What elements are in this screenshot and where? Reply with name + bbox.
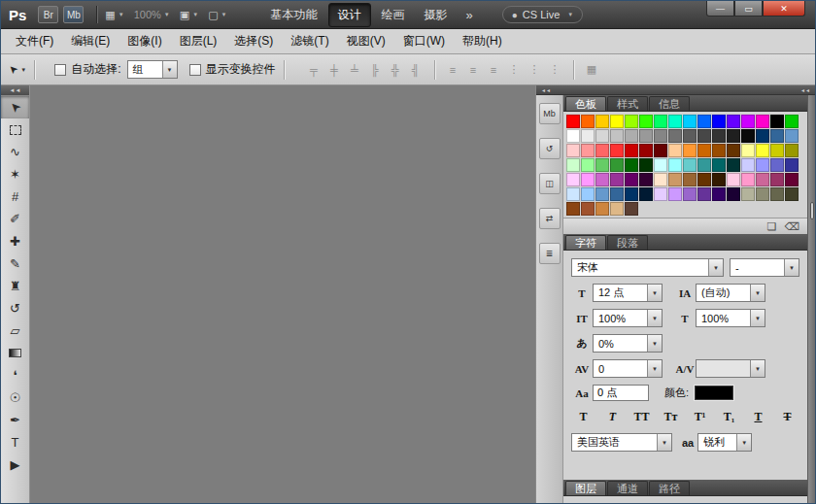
color-swatch[interactable] (741, 115, 755, 128)
color-swatch[interactable] (668, 144, 682, 157)
color-swatch[interactable] (639, 144, 653, 157)
superscript-button[interactable]: T¹ (689, 408, 711, 426)
color-swatch[interactable] (595, 115, 609, 128)
move-tool[interactable]: ➤ (1, 96, 29, 118)
menu-file[interactable]: 文件(F) (7, 29, 62, 53)
character-tab[interactable]: 字符 (565, 235, 606, 250)
color-swatch[interactable] (785, 129, 799, 143)
color-swatch[interactable] (581, 202, 595, 216)
color-swatch[interactable] (712, 187, 726, 201)
menu-help[interactable]: 帮助(H) (454, 29, 511, 53)
color-swatch[interactable] (581, 129, 595, 143)
tools-panel-header[interactable]: ◄◄ (1, 85, 29, 96)
leading-select[interactable]: (自动) ▼ (696, 284, 765, 302)
baseline-shift-input[interactable]: 0 点 (593, 385, 649, 401)
brush-presets-panel-icon[interactable]: ≣ (539, 243, 561, 264)
color-swatch[interactable] (610, 115, 624, 128)
color-swatch[interactable] (770, 115, 784, 128)
show-transform-controls-checkbox[interactable] (189, 64, 201, 76)
color-swatch[interactable] (654, 115, 667, 128)
color-swatch[interactable] (727, 158, 740, 172)
screen-mode-button[interactable]: ▢ ▼ (208, 9, 226, 21)
color-swatch[interactable] (610, 173, 624, 186)
color-swatch[interactable] (712, 158, 726, 172)
distribute-vertical-centers-button[interactable]: ≡ (463, 60, 484, 79)
workspace-design[interactable]: 设计 (328, 3, 371, 27)
color-swatch[interactable] (756, 144, 769, 157)
color-swatch[interactable] (654, 187, 667, 201)
menu-select[interactable]: 选择(S) (225, 29, 282, 53)
launch-bridge-button[interactable]: Br (38, 6, 58, 23)
canvas-area[interactable] (30, 85, 535, 503)
color-swatch[interactable] (697, 115, 711, 128)
styles-tab[interactable]: 样式 (607, 96, 648, 111)
color-swatch[interactable] (727, 144, 740, 157)
subscript-button[interactable]: T₁ (718, 408, 740, 426)
menu-layer[interactable]: 图层(L) (171, 29, 226, 53)
align-top-edges-button[interactable]: ╤ (304, 60, 324, 79)
color-swatch[interactable] (785, 173, 799, 186)
color-swatch[interactable] (697, 173, 711, 186)
color-swatch[interactable] (683, 187, 697, 201)
color-swatch[interactable] (639, 158, 653, 172)
paths-tab[interactable]: 路径 (649, 481, 690, 495)
color-swatch[interactable] (683, 144, 697, 157)
path-selection-tool[interactable]: ▶ (1, 454, 29, 476)
info-tab[interactable]: 信息 (649, 96, 690, 111)
faux-bold-button[interactable]: T (572, 408, 595, 426)
auto-align-layers-button[interactable]: ▦ (582, 60, 602, 79)
color-swatch[interactable] (697, 129, 711, 143)
small-caps-button[interactable]: Tᴛ (660, 408, 682, 426)
tsume-select[interactable]: 0% ▼ (593, 334, 663, 353)
color-swatch[interactable] (756, 158, 769, 172)
clone-stamp-tool[interactable]: ♜ (1, 275, 29, 297)
workspace-essentials[interactable]: 基本功能 (262, 4, 326, 26)
color-swatch[interactable] (625, 129, 638, 143)
color-swatch[interactable] (741, 187, 755, 201)
dodge-tool[interactable]: ☉ (1, 386, 29, 409)
color-swatch[interactable] (712, 115, 726, 128)
color-swatch[interactable] (683, 115, 697, 128)
color-swatch[interactable] (683, 173, 697, 186)
horizontal-scale-select[interactable]: 100% ▼ (696, 309, 765, 327)
color-swatch[interactable] (785, 144, 799, 157)
delete-swatch-icon[interactable]: ⌫ (784, 220, 799, 233)
align-bottom-edges-button[interactable]: ╧ (345, 60, 365, 79)
color-swatch[interactable] (727, 129, 740, 143)
history-brush-tool[interactable]: ↺ (1, 297, 29, 319)
launch-mini-bridge-button[interactable]: Mb (63, 6, 84, 23)
faux-italic-button[interactable]: T (601, 408, 624, 426)
color-swatch[interactable] (683, 129, 697, 143)
color-swatch[interactable] (610, 187, 624, 201)
close-button[interactable]: ✕ (763, 1, 805, 17)
color-swatch[interactable] (712, 173, 726, 186)
history-panel-icon[interactable]: ↺ (539, 138, 561, 159)
color-swatch[interactable] (756, 173, 769, 186)
color-swatch[interactable] (639, 115, 653, 128)
color-swatch[interactable] (741, 129, 755, 143)
color-swatch[interactable] (581, 144, 595, 157)
color-swatch[interactable] (727, 115, 740, 128)
new-swatch-icon[interactable]: ❏ (767, 220, 777, 233)
color-swatch[interactable] (625, 158, 638, 172)
color-swatch[interactable] (639, 173, 653, 186)
color-swatch[interactable] (566, 115, 580, 128)
adjustments-panel-icon[interactable]: ◫ (539, 173, 561, 194)
color-swatch[interactable] (741, 158, 755, 172)
workspace-overflow-button[interactable]: » (459, 8, 481, 22)
collapse-icon-strip-icon[interactable]: ◄◄ (541, 87, 551, 93)
arrange-documents-button[interactable]: ▣ ▼ (180, 9, 198, 21)
color-swatch[interactable] (639, 187, 653, 201)
color-swatch[interactable] (785, 158, 799, 172)
strikethrough-button[interactable]: T (776, 408, 799, 426)
color-swatch[interactable] (770, 158, 784, 172)
color-swatch[interactable] (697, 187, 711, 201)
color-swatch[interactable] (654, 144, 667, 157)
tracking-select[interactable]: 0 ▼ (593, 359, 663, 378)
language-select[interactable]: 美国英语 ▼ (571, 433, 672, 452)
menu-view[interactable]: 视图(V) (338, 29, 394, 53)
color-swatch[interactable] (566, 129, 580, 143)
color-swatch[interactable] (581, 187, 595, 201)
color-swatch[interactable] (566, 144, 580, 157)
distribute-horizontal-centers-button[interactable]: ⋮ (525, 60, 545, 79)
